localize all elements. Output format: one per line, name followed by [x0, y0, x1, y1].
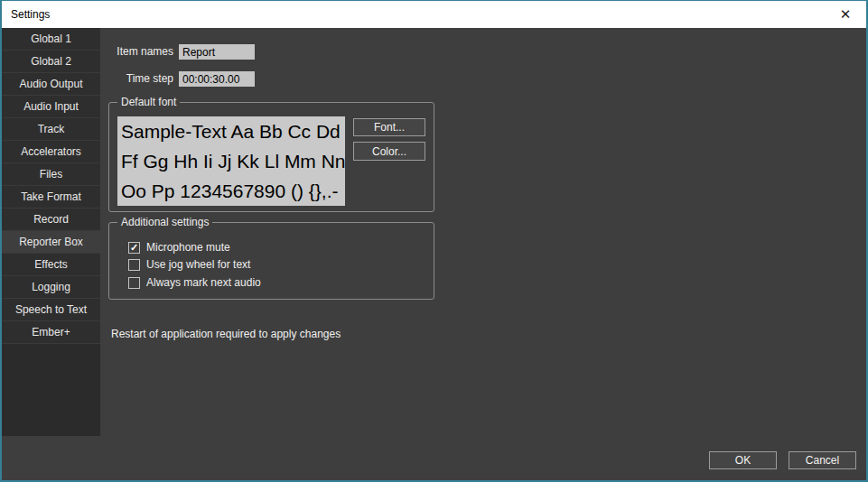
default-font-group: Default font Sample-Text Aa Bb Cc Dd Ee … — [108, 102, 434, 212]
font-sample-line: Oo Pp 1234567890 () {},.- — [121, 176, 345, 206]
checkbox-row-jog-wheel[interactable]: Use jog wheel for text — [128, 258, 250, 271]
sidebar-item-ember[interactable]: Ember+ — [2, 321, 100, 344]
additional-settings-group: Additional settings ✓ Microphone mute Us… — [108, 222, 434, 300]
sidebar-item-track[interactable]: Track — [2, 118, 100, 141]
color-button[interactable]: Color... — [353, 142, 425, 161]
sidebar-item-audio-input[interactable]: Audio Input — [2, 96, 100, 118]
checkbox-row-mark-next-audio[interactable]: Always mark next audio — [128, 276, 261, 289]
time-step-label: Time step — [38, 71, 173, 87]
default-font-group-title: Default font — [117, 96, 180, 109]
additional-settings-group-title: Additional settings — [117, 216, 212, 229]
jog-wheel-label[interactable]: Use jog wheel for text — [146, 258, 250, 271]
ok-button[interactable]: OK — [709, 451, 777, 469]
mark-next-audio-label[interactable]: Always mark next audio — [146, 276, 261, 289]
window-title: Settings — [11, 8, 50, 21]
sidebar-item-speech-to-text[interactable]: Speech to Text — [2, 299, 100, 321]
settings-window: Settings ✕ Global 1 Global 2 Audio Outpu… — [0, 0, 868, 482]
checkbox-row-microphone-mute[interactable]: ✓ Microphone mute — [128, 241, 230, 254]
microphone-mute-label[interactable]: Microphone mute — [146, 241, 230, 254]
sidebar: Global 1 Global 2 Audio Output Audio Inp… — [2, 28, 100, 436]
close-icon[interactable]: ✕ — [830, 1, 861, 28]
mark-next-audio-checkbox[interactable] — [128, 277, 140, 289]
sidebar-item-logging[interactable]: Logging — [2, 276, 100, 299]
sidebar-item-record[interactable]: Record — [2, 209, 100, 231]
sidebar-item-accelerators[interactable]: Accelerators — [2, 141, 100, 163]
font-sample-line: Sample-Text Aa Bb Cc Dd Ee — [121, 116, 345, 146]
font-sample-preview: Sample-Text Aa Bb Cc Dd Ee Ff Gg Hh Ii J… — [117, 116, 345, 206]
time-step-input[interactable] — [179, 71, 255, 87]
font-button[interactable]: Font... — [353, 118, 425, 136]
cancel-button[interactable]: Cancel — [789, 451, 856, 469]
sidebar-item-files[interactable]: Files — [2, 163, 100, 186]
microphone-mute-checkbox[interactable]: ✓ — [128, 242, 140, 254]
font-sample-line: Ff Gg Hh Ii Jj Kk Ll Mm Nn — [121, 146, 345, 176]
sidebar-item-take-format[interactable]: Take Format — [2, 186, 100, 209]
check-icon: ✓ — [130, 242, 138, 254]
jog-wheel-checkbox[interactable] — [128, 259, 140, 271]
restart-note: Restart of application required to apply… — [111, 328, 341, 340]
sidebar-item-reporter-box[interactable]: Reporter Box — [2, 231, 100, 254]
titlebar: Settings ✕ — [2, 1, 866, 28]
item-names-input[interactable] — [179, 44, 255, 60]
item-names-label: Item names — [38, 44, 173, 60]
sidebar-item-effects[interactable]: Effects — [2, 254, 100, 276]
